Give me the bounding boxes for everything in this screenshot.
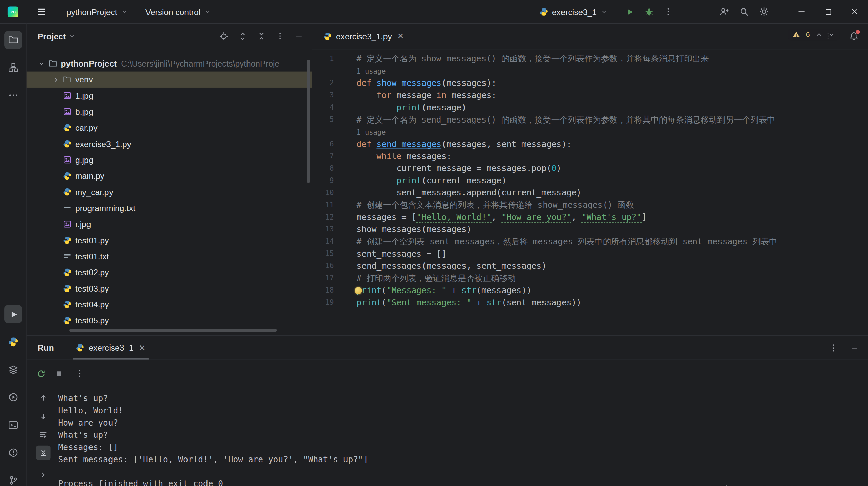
kebab-menu-icon[interactable] [829, 343, 838, 352]
chevron-down-icon[interactable] [68, 33, 75, 39]
project-tree-item[interactable]: programming.txt [26, 200, 312, 216]
project-tree-item[interactable]: main.py [26, 168, 312, 184]
line-number: 5 [312, 114, 334, 126]
inspections-widget[interactable]: 6 [788, 29, 840, 40]
project-tool-window-button[interactable] [4, 31, 22, 49]
main-menu-button[interactable] [32, 3, 52, 20]
line-number: 1 [312, 53, 334, 65]
code-line: 3 for message in messages: [312, 89, 868, 101]
python-packages-tool-window-button[interactable] [4, 333, 22, 351]
vcs-menu-button[interactable]: Version control [140, 3, 216, 20]
terminal-icon [8, 420, 18, 430]
chevron-right-icon[interactable] [52, 76, 63, 83]
scroll-to-end-icon[interactable] [36, 446, 50, 460]
settings-button[interactable] [754, 3, 774, 20]
next-problem-icon[interactable] [828, 31, 835, 38]
line-number: 16 [312, 260, 334, 272]
line-number [312, 126, 334, 138]
up-stack-trace-icon[interactable] [36, 391, 50, 405]
expand-all-icon[interactable] [235, 29, 250, 43]
hide-panel-icon[interactable] [292, 29, 306, 43]
kebab-menu-icon[interactable] [75, 369, 84, 378]
code-line: 10 sent_messages.append(current_message) [312, 187, 868, 199]
chevron-right-icon[interactable] [36, 468, 50, 482]
tool-window-strip [0, 23, 27, 486]
console-line: How are you? [58, 417, 868, 429]
notifications-button[interactable] [847, 30, 860, 43]
run-console: What's up?Hello, World!How are you?What'… [26, 387, 868, 486]
run-configuration-selector[interactable]: exercise3_1 [535, 3, 612, 20]
run-button[interactable] [620, 3, 639, 20]
run-tool-window-button[interactable] [4, 305, 22, 323]
project-tree-item[interactable]: test02.py [26, 264, 312, 280]
search-everywhere-button[interactable] [734, 3, 754, 20]
tree-item-label: my_car.py [75, 187, 113, 197]
title-bar: PC pythonProject Version control exercis… [0, 0, 868, 24]
collapse-all-icon[interactable] [254, 29, 268, 43]
project-tree-item[interactable]: r.jpg [26, 216, 312, 232]
close-tab-icon[interactable]: ✕ [139, 343, 145, 352]
python-file-icon [63, 236, 75, 244]
project-tree-item[interactable]: my_car.py [26, 184, 312, 200]
editor-tab[interactable]: exercise3_1.py ✕ [318, 23, 409, 49]
hide-panel-icon[interactable] [850, 343, 859, 352]
python-file-icon [63, 188, 75, 196]
code-lines: 1# 定义一个名为 show_messages() 的函数，接受一个列表作为参数… [312, 53, 868, 309]
more-actions-button[interactable] [659, 3, 678, 20]
close-button[interactable] [842, 0, 868, 23]
version-control-tool-window-button[interactable] [4, 471, 22, 486]
folder-icon [63, 75, 75, 83]
close-tab-icon[interactable]: ✕ [397, 32, 404, 40]
project-tree-item[interactable]: test04.py [26, 296, 312, 312]
vertical-scrollbar[interactable] [307, 60, 310, 183]
project-tree-item[interactable]: test05.py [26, 313, 312, 328]
intention-bulb-icon[interactable] [355, 287, 362, 294]
debug-button[interactable] [639, 3, 659, 20]
soft-wrap-icon[interactable] [36, 427, 50, 442]
run-panel-header: Run exercise3_1 ✕ [26, 336, 868, 360]
project-tree-item[interactable]: car.py [26, 120, 312, 136]
project-tree-item[interactable]: 1.jpg [26, 88, 312, 104]
prev-problem-icon[interactable] [815, 31, 823, 38]
search-icon [739, 7, 749, 17]
project-tree-item[interactable]: test03.py [26, 280, 312, 296]
image-file-icon [63, 156, 75, 164]
code-line: 2def show_messages(messages): [312, 77, 868, 89]
structure-tool-window-button[interactable] [4, 59, 22, 76]
project-tree-item[interactable]: test01.txt [26, 248, 312, 264]
project-tree-item[interactable]: test01.py [26, 232, 312, 248]
services-tool-window-button[interactable] [4, 361, 22, 378]
project-tree-item[interactable]: venv [26, 72, 312, 88]
play-icon [8, 310, 18, 319]
terminal-tool-window-button[interactable] [4, 416, 22, 434]
chevron-down-icon[interactable] [38, 60, 49, 68]
kebab-menu-icon[interactable] [273, 29, 287, 43]
locate-file-icon[interactable] [216, 29, 231, 43]
stop-icon[interactable] [55, 369, 63, 377]
project-root-item[interactable]: pythonProject C:\Users\jinli\PycharmProj… [26, 55, 312, 71]
project-tree-item[interactable]: exercise3_1.py [26, 136, 312, 152]
line-number [312, 65, 334, 77]
image-file-icon [63, 220, 75, 228]
bug-icon [644, 7, 654, 16]
more-tool-windows-button[interactable] [4, 87, 22, 104]
run-tab[interactable]: exercise3_1 ✕ [71, 336, 151, 359]
down-stack-trace-icon[interactable] [36, 409, 50, 423]
code-with-me-button[interactable] [714, 3, 734, 20]
maximize-button[interactable] [815, 0, 841, 23]
project-tree-item[interactable]: b.jpg [26, 104, 312, 119]
horizontal-scrollbar[interactable] [69, 329, 277, 332]
rerun-icon[interactable] [37, 369, 46, 378]
python-console-tool-window-button[interactable] [4, 388, 22, 406]
pycharm-window: PC pythonProject Version control exercis… [0, 0, 868, 486]
code-editor[interactable]: 1# 定义一个名为 show_messages() 的函数，接受一个列表作为参数… [312, 49, 868, 335]
minimize-button[interactable] [788, 0, 815, 23]
run-panel: Run exercise3_1 ✕ [26, 335, 868, 486]
project-root-path: C:\Users\jinli\PycharmProjects\pythonPro… [121, 59, 279, 68]
console-output[interactable]: What's up?Hello, World!How are you?What'… [58, 387, 868, 486]
project-menu-button[interactable]: pythonProject [61, 3, 133, 20]
hamburger-icon [37, 7, 46, 17]
chevron-down-icon [600, 8, 607, 15]
problems-tool-window-button[interactable] [4, 444, 22, 462]
project-tree-item[interactable]: g.jpg [26, 152, 312, 168]
